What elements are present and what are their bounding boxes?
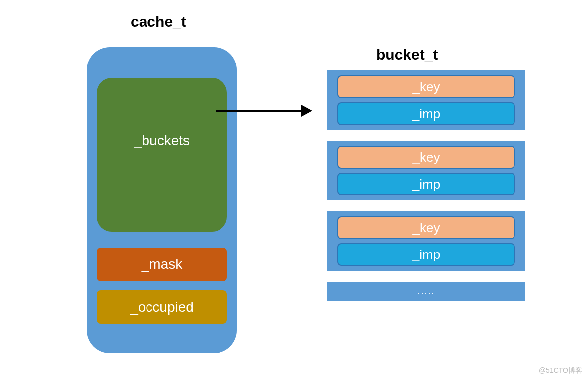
bucket-imp-row: _imp <box>337 173 515 195</box>
bucket-title: bucket_t <box>376 46 438 63</box>
occupied-field-label: _occupied <box>130 299 194 315</box>
mask-field-box: _mask <box>97 248 227 281</box>
watermark-text: @51CTO博客 <box>539 366 582 375</box>
bucket-key-row: _key <box>337 216 515 239</box>
bucket-entry: _key _imp <box>327 141 525 200</box>
bucket-key-row: _key <box>337 146 515 169</box>
buckets-field-label: _buckets <box>134 133 190 149</box>
buckets-field-box: _buckets <box>97 78 227 232</box>
mask-field-label: _mask <box>142 256 182 272</box>
occupied-field-box: _occupied <box>97 290 227 324</box>
bucket-ellipsis-box: ..... <box>327 282 525 301</box>
bucket-imp-row: _imp <box>337 102 515 125</box>
bucket-key-row: _key <box>337 75 515 98</box>
bucket-entry: _key _imp <box>327 211 525 271</box>
cache-title: cache_t <box>131 13 186 30</box>
bucket-list: _key _imp _key _imp _key _imp ..... <box>327 70 525 301</box>
pointer-arrow-icon <box>216 110 310 112</box>
bucket-entry: _key _imp <box>327 70 525 130</box>
cache-struct-box: _buckets _mask _occupied <box>87 47 237 353</box>
bucket-imp-row: _imp <box>337 243 515 266</box>
